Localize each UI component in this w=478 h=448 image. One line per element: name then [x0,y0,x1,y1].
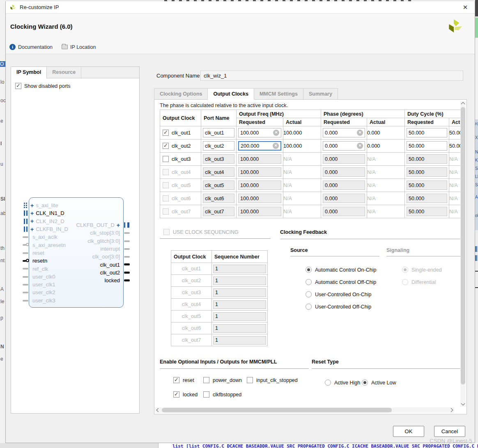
pin-stub-icon [23,276,28,278]
pin-stub-icon [124,248,130,250]
sequence-table: Output Clock Sequence Number clk_out11 c… [171,250,268,346]
checkbox-icon [173,391,179,398]
duty-requested-input: 50.000 [407,154,447,164]
tab-clocking-options[interactable]: Clocking Options [154,88,208,100]
phase-requested-input: 0.000 [323,194,365,203]
row-enable-checkbox[interactable] [163,156,169,162]
clear-icon[interactable]: ✕ [357,143,363,149]
optional-io-title: Enable Optional Inputs / Outputs for MMC… [160,359,277,365]
radio-active-high[interactable]: Active High [325,379,360,386]
duty-requested-input[interactable]: 50.000 [407,141,447,151]
col-group-freq: Output Freq (MHz) [237,110,321,118]
sequence-number-input: 1 [213,312,266,321]
freq-requested-input-focused[interactable]: 200.000✕ [238,141,281,151]
dialog-body: IP Symbol Resource Show disabled ports +… [6,55,475,442]
cancel-button[interactable]: Cancel [434,426,465,437]
radio-icon [306,291,312,297]
folder-icon [62,45,68,49]
port-name-input: clk_out5 [203,181,234,190]
sequence-row: clk_out51 [171,311,268,322]
freq-requested-input[interactable]: 100.000✕ [238,128,281,137]
radio-single-ended: Single-ended [402,267,442,273]
checkbox-locked[interactable]: locked [173,391,198,398]
port-clk-glitch: clk_glitch[3:0] [29,237,123,245]
interface-bars-connector-icon [124,222,129,228]
dialog-title: Re-customize IP [20,4,59,10]
horizontal-scrollbar-thumb[interactable] [162,408,392,412]
radio-icon [402,279,408,285]
recustomize-ip-dialog: Re-customize IP ✕ Clocking Wizard (6.0) … [5,1,475,443]
close-icon[interactable]: ✕ [462,4,469,11]
settings-tabbar: Clocking Options Output Clocks MMCM Sett… [154,88,338,100]
interface-bars-connector-icon [24,226,28,232]
port-clk-stop: clk_stop[3:0] [29,229,123,237]
component-name-input[interactable]: clk_wiz_1 [200,71,463,81]
sequence-number-input: 1 [213,300,266,309]
documentation-link[interactable]: i Documentation [9,44,53,50]
phase-requested-input[interactable]: 0.000✕ [323,128,365,137]
background-window-left-sliver: O lo oc e l u SIS ab th nt A le p N e [0,0,5,448]
row-enable-checkbox[interactable] [163,143,169,149]
radio-icon [362,379,368,386]
page-title: Clocking Wizard (6.0) [10,23,73,30]
phase-requested-input: 0.000 [323,154,365,164]
sequence-row: clk_out11 [171,263,268,275]
vertical-scrollbar-thumb[interactable] [461,107,465,384]
pin-stub-icon [23,252,28,254]
radio-automatic-control-on-chip[interactable]: Automatic Control On-Chip [306,267,376,273]
tab-resource[interactable]: Resource [47,67,81,78]
vertical-scrollbar[interactable] [460,101,466,407]
sequence-row: clk_out61 [171,322,268,334]
clear-icon[interactable]: ✕ [273,130,279,136]
radio-active-low[interactable]: Active Low [362,379,396,386]
table-row: clk_out7 clk_out7 100.000 N/A 0.000 N/A … [160,205,461,218]
clocking-feedback-title: Clocking Feedback [280,229,327,235]
ip-location-link[interactable]: IP Location [62,44,96,50]
tab-mmcm-settings[interactable]: MMCM Settings [254,88,303,100]
tab-output-clocks[interactable]: Output Clocks [208,88,254,100]
horizontal-scrollbar[interactable] [155,407,454,413]
radio-automatic-control-off-chip[interactable]: Automatic Control Off-Chip [306,279,376,285]
row-enable-checkbox[interactable] [163,130,169,136]
freq-requested-input: 100.000 [238,194,281,203]
source-title: Source [290,247,308,253]
table-row: clk_out6 clk_out6 100.000 N/A 0.000 N/A … [160,192,461,205]
port-name-input[interactable]: clk_out1 [203,128,234,137]
clear-icon[interactable]: ✕ [357,130,363,136]
pin-stub-icon [124,279,130,281]
inverted-pin-icon [23,243,29,247]
ok-button[interactable]: OK [393,426,424,437]
radio-user-controlled-off-chip[interactable]: User-Controlled Off-Chip [306,304,371,310]
freq-requested-input: 100.000 [238,167,281,177]
clear-icon[interactable]: ✕ [273,143,279,149]
radio-user-controlled-on-chip[interactable]: User-Controlled On-Chip [306,291,372,297]
port-clkfb-out-d: CLKFB_OUT_D+ [29,221,123,229]
port-name-input[interactable]: clk_out2 [203,141,234,151]
show-disabled-ports-checkbox[interactable] [15,83,21,89]
port-clk-oor: clk_oor[3:0] [29,253,123,261]
xilinx-logo-icon [10,4,16,11]
pin-stub-icon [23,236,28,238]
radio-differential: Differential [402,279,436,285]
port-user-clk2: user_clk2 [29,288,123,296]
tab-ip-symbol[interactable]: IP Symbol [11,67,47,78]
info-icon: i [9,44,16,50]
dialog-header: Clocking Wizard (6.0) i Documentation IP… [6,14,475,54]
radio-icon [306,304,312,310]
checkbox-clkfbstopped[interactable]: clkfbstopped [203,391,241,398]
phase-requested-input[interactable]: 0.000✕ [323,141,365,151]
checkbox-power-down[interactable]: power_down [203,377,242,383]
output-clocks-panel: The phase is calculated relative to the … [154,99,467,414]
reset-type-title: Reset Type [312,359,339,365]
watermark: CSDN @Linest-5 [430,438,472,444]
checkbox-icon [173,377,179,383]
tab-summary[interactable]: Summary [303,88,338,100]
duty-requested-input: 50.000 [407,207,447,216]
checkbox-reset[interactable]: reset [173,377,194,383]
port-clk-in1-d: +CLK_IN1_D [29,209,123,217]
interface-bars-connector-icon [24,219,28,224]
port-name-input: clk_out6 [203,194,234,203]
duty-requested-input[interactable]: 50.000 [407,128,447,137]
table-row: clk_out1 clk_out1 100.000✕ 100.000 0.000… [160,126,461,139]
checkbox-input-clk-stopped[interactable]: input_clk_stopped [247,377,298,383]
